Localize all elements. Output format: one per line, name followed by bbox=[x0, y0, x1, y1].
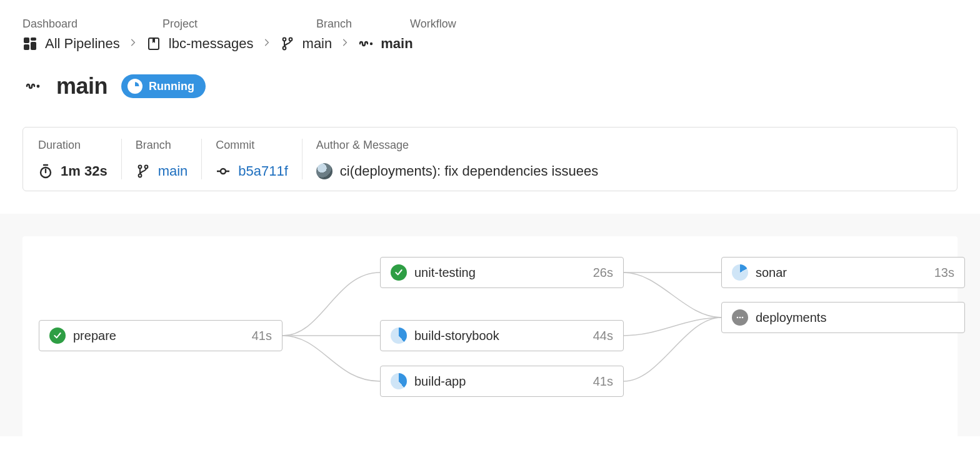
info-duration-label: Duration bbox=[38, 139, 108, 152]
commit-icon bbox=[216, 164, 231, 179]
running-icon bbox=[128, 79, 142, 94]
job-name: sonar bbox=[756, 266, 927, 280]
info-branch-label: Branch bbox=[136, 139, 188, 152]
page-title: main bbox=[56, 73, 108, 99]
crumb-dashboard-label: All Pipelines bbox=[45, 36, 120, 52]
crumb-workflow-label: main bbox=[381, 36, 412, 52]
status-success-icon bbox=[391, 264, 407, 281]
crumb-label-project: Project bbox=[162, 18, 316, 31]
info-commit-message: ci(deployments): fix dependencies issuee… bbox=[340, 163, 598, 179]
info-commit: Commit b5a711f bbox=[201, 139, 302, 179]
crumb-branch-label: main bbox=[302, 36, 332, 52]
stopwatch-icon bbox=[38, 164, 53, 179]
info-branch-value[interactable]: main bbox=[158, 163, 188, 179]
job-deployments[interactable]: deployments bbox=[721, 302, 965, 333]
breadcrumb: All Pipelines lbc-messages main bbox=[22, 36, 958, 52]
dashboard-icon bbox=[22, 36, 38, 51]
branch-icon bbox=[136, 164, 151, 179]
job-duration: 41s bbox=[593, 374, 613, 389]
bookmark-icon bbox=[146, 36, 161, 51]
svg-point-16 bbox=[739, 317, 741, 319]
job-name: build-app bbox=[414, 374, 586, 389]
job-build-app[interactable]: build-app 41s bbox=[380, 366, 624, 397]
info-branch: Branch main bbox=[121, 139, 202, 179]
svg-rect-2 bbox=[31, 42, 36, 50]
job-name: build-storybook bbox=[414, 329, 586, 343]
avatar bbox=[316, 163, 332, 179]
info-commit-label: Commit bbox=[216, 139, 288, 152]
status-running-icon bbox=[732, 264, 748, 281]
info-duration-value: 1m 32s bbox=[61, 163, 108, 179]
info-duration: Duration 1m 32s bbox=[38, 139, 121, 179]
job-prepare[interactable]: prepare 41s bbox=[39, 320, 282, 351]
svg-point-5 bbox=[282, 38, 286, 41]
workflow-icon bbox=[358, 36, 373, 51]
status-queued-icon bbox=[732, 309, 748, 326]
status-running-icon bbox=[391, 328, 407, 344]
status-running-icon bbox=[391, 373, 407, 389]
status-badge: Running bbox=[121, 74, 206, 98]
job-sonar[interactable]: sonar 13s bbox=[721, 257, 965, 288]
branch-icon bbox=[280, 36, 295, 51]
status-label: Running bbox=[149, 80, 194, 93]
svg-point-17 bbox=[742, 317, 744, 319]
crumb-branch[interactable]: main bbox=[280, 36, 332, 52]
crumb-label-workflow: Workflow bbox=[410, 18, 456, 31]
svg-point-11 bbox=[138, 166, 141, 169]
job-duration: 26s bbox=[593, 266, 613, 280]
svg-rect-3 bbox=[24, 44, 29, 50]
job-unit-testing[interactable]: unit-testing 26s bbox=[380, 257, 624, 288]
info-panel: Duration 1m 32s Branch main Commit bbox=[22, 127, 958, 191]
info-author-label: Author & Message bbox=[316, 139, 598, 152]
chevron-right-icon bbox=[129, 38, 138, 49]
svg-point-7 bbox=[282, 47, 286, 50]
svg-point-12 bbox=[144, 166, 148, 169]
crumb-project-label: lbc-messages bbox=[169, 36, 254, 52]
svg-point-14 bbox=[221, 169, 226, 174]
svg-point-9 bbox=[37, 85, 40, 88]
svg-rect-0 bbox=[24, 38, 29, 43]
job-name: unit-testing bbox=[414, 266, 586, 280]
job-build-storybook[interactable]: build-storybook 44s bbox=[380, 320, 624, 351]
job-duration: 13s bbox=[934, 266, 954, 280]
svg-rect-1 bbox=[31, 38, 36, 41]
status-success-icon bbox=[49, 328, 66, 344]
workflow-icon bbox=[22, 76, 42, 96]
job-name: prepare bbox=[73, 329, 244, 343]
crumb-dashboard[interactable]: All Pipelines bbox=[22, 36, 120, 52]
info-author: Author & Message ci(deployments): fix de… bbox=[302, 139, 612, 179]
crumb-project[interactable]: lbc-messages bbox=[146, 36, 254, 52]
breadcrumb-labels: Dashboard Project Branch Workflow bbox=[22, 18, 958, 31]
job-name: deployments bbox=[756, 311, 947, 325]
chevron-right-icon bbox=[262, 38, 271, 49]
chevron-right-icon bbox=[341, 38, 349, 49]
workflow-canvas[interactable]: prepare 41s unit-testing 26s build-story… bbox=[22, 236, 958, 436]
crumb-workflow[interactable]: main bbox=[358, 36, 412, 52]
job-duration: 44s bbox=[593, 329, 613, 343]
title-row: main Running bbox=[22, 73, 958, 99]
svg-point-13 bbox=[138, 174, 141, 178]
info-commit-value[interactable]: b5a711f bbox=[238, 163, 288, 179]
job-duration: 41s bbox=[252, 329, 272, 343]
svg-point-8 bbox=[370, 42, 372, 45]
svg-point-15 bbox=[737, 317, 739, 319]
crumb-label-dashboard: Dashboard bbox=[22, 18, 162, 31]
crumb-label-branch: Branch bbox=[316, 18, 410, 31]
svg-point-6 bbox=[289, 38, 292, 41]
